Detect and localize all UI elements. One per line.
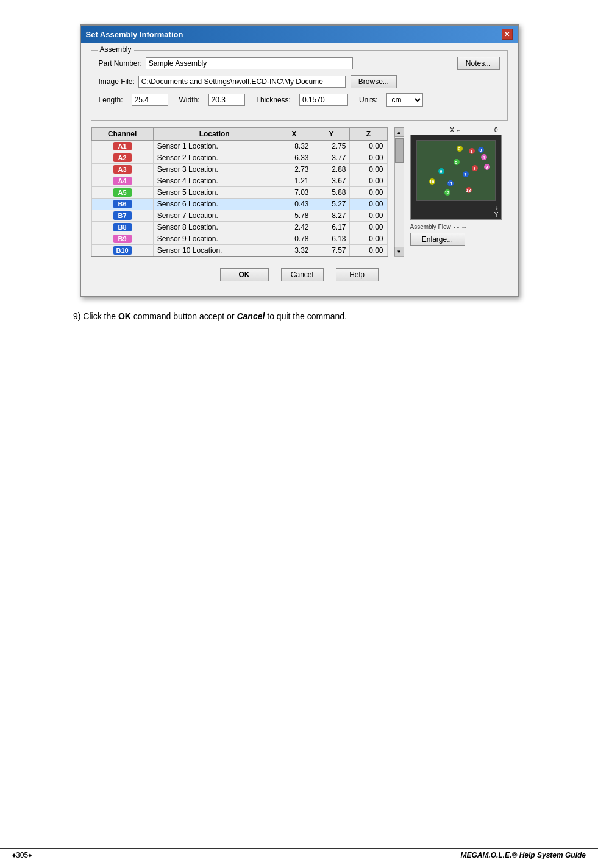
table-row[interactable]: A3 Sensor 3 Location. 2.73 2.88 0.00 xyxy=(91,164,387,175)
pcb-dot-2: 2 xyxy=(457,146,463,152)
instruction-middle: command button accept or xyxy=(131,311,237,321)
channel-badge: A2 xyxy=(113,153,132,162)
y-cell: 5.27 xyxy=(313,199,350,210)
assembly-image: 1 2 3 4 5 6 7 8 9 10 11 12 13 xyxy=(410,135,502,220)
z-cell: 0.00 xyxy=(350,175,387,187)
ok-button[interactable]: OK xyxy=(220,268,269,281)
table-row[interactable]: B8 Sensor 8 Location. 2.42 6.17 0.00 xyxy=(91,222,387,233)
assembly-groupbox: Assembly Part Number: Notes... Image Fil… xyxy=(91,50,508,121)
col-header-y: Y xyxy=(313,128,350,141)
table-row[interactable]: B9 Sensor 9 Location. 0.78 6.13 0.00 xyxy=(91,233,387,245)
flow-arrow-icon: - - → xyxy=(454,224,467,230)
page-wrapper: Set Assembly Information ✕ Assembly Part… xyxy=(0,0,598,345)
x-cell: 3.32 xyxy=(276,245,313,256)
table-row[interactable]: A4 Sensor 4 Location. 1.21 3.67 0.00 xyxy=(91,175,387,187)
image-file-row: Image File: Browse... xyxy=(99,75,500,88)
y-cell: 2.88 xyxy=(313,164,350,175)
channel-badge: A5 xyxy=(113,188,132,197)
instruction-prefix: Click the xyxy=(83,311,118,321)
pcb-dot-3: 3 xyxy=(478,147,484,153)
channel-badge: B6 xyxy=(113,200,132,208)
table-row[interactable]: A1 Sensor 1 Location. 8.32 2.75 0.00 xyxy=(91,141,387,152)
instruction-end: to quit the command. xyxy=(265,311,347,321)
location-cell: Sensor 8 Location. xyxy=(153,222,276,233)
col-header-location: Location xyxy=(153,128,276,141)
dialog-titlebar: Set Assembly Information ✕ xyxy=(81,26,518,43)
channel-badge: A3 xyxy=(113,165,132,174)
scroll-thumb[interactable] xyxy=(395,138,404,163)
z-cell: 0.00 xyxy=(350,141,387,152)
image-file-input[interactable] xyxy=(138,76,346,88)
browse-button[interactable]: Browse... xyxy=(351,75,397,88)
z-cell: 0.00 xyxy=(350,152,387,164)
length-input[interactable] xyxy=(132,94,168,106)
pcb-dot-8: 8 xyxy=(472,165,478,171)
x-cell: 0.43 xyxy=(276,199,313,210)
page-footer: ♦305♦ MEGAM.O.L.E.® Help System Guide xyxy=(0,848,598,862)
channel-badge: B9 xyxy=(113,235,132,243)
location-cell: Sensor 7 Location. xyxy=(153,210,276,222)
y-cell: 2.75 xyxy=(313,141,350,152)
pcb-board: 1 2 3 4 5 6 7 8 9 10 11 12 13 xyxy=(416,140,496,201)
z-cell: 0.00 xyxy=(350,164,387,175)
enlarge-button[interactable]: Enlarge... xyxy=(410,233,465,246)
pcb-dot-9: 9 xyxy=(484,164,490,170)
scroll-down-arrow[interactable]: ▼ xyxy=(394,247,404,256)
help-button[interactable]: Help xyxy=(336,268,379,281)
width-label: Width: xyxy=(179,96,200,104)
y-axis-label: Y xyxy=(494,211,499,218)
location-cell: Sensor 1 Location. xyxy=(153,141,276,152)
units-select[interactable]: cm in mm xyxy=(386,93,423,107)
x-axis-label: X xyxy=(450,127,454,133)
dialog-title: Set Assembly Information xyxy=(86,30,183,39)
pcb-dot-7: 7 xyxy=(463,171,469,177)
x-cell: 0.78 xyxy=(276,233,313,245)
part-number-input[interactable] xyxy=(146,57,353,69)
channel-badge: B7 xyxy=(113,211,132,220)
table-area: Channel Location X Y Z A1 Sensor 1 Locat… xyxy=(91,127,508,257)
y-cell: 8.27 xyxy=(313,210,350,222)
groupbox-legend: Assembly xyxy=(98,45,134,54)
scroll-up-arrow[interactable]: ▲ xyxy=(394,127,404,137)
table-row[interactable]: A2 Sensor 2 Location. 6.33 3.77 0.00 xyxy=(91,152,387,164)
table-row[interactable]: B10 Sensor 10 Location. 3.32 7.57 0.00 xyxy=(91,245,387,256)
y-cell: 3.77 xyxy=(313,152,350,164)
y-cell: 7.57 xyxy=(313,245,350,256)
location-cell: Sensor 6 Location. xyxy=(153,199,276,210)
step-number: 9) xyxy=(73,311,80,321)
y-cell: 6.17 xyxy=(313,222,350,233)
dialog: Set Assembly Information ✕ Assembly Part… xyxy=(80,24,519,297)
y-cell: 5.88 xyxy=(313,187,350,199)
notes-button[interactable]: Notes... xyxy=(457,57,500,70)
dialog-close-button[interactable]: ✕ xyxy=(502,29,513,40)
x-cell: 5.78 xyxy=(276,210,313,222)
channel-badge: A1 xyxy=(113,142,132,150)
table-row[interactable]: A5 Sensor 5 Location. 7.03 5.88 0.00 xyxy=(91,187,387,199)
location-cell: Sensor 3 Location. xyxy=(153,164,276,175)
footer-page-number: ♦305♦ xyxy=(12,851,32,859)
browse-button-wrapper: Browse... xyxy=(351,75,397,88)
ok-bold: OK xyxy=(118,311,131,321)
width-input[interactable] xyxy=(208,94,245,106)
footer-guide-title: MEGAM.O.L.E.® Help System Guide xyxy=(460,851,586,859)
scrollbar[interactable]: ▲ ▼ xyxy=(394,127,404,257)
cancel-button[interactable]: Cancel xyxy=(281,268,324,281)
left-arrow-icon: ← xyxy=(455,127,461,133)
assembly-flow-label: Assembly Flow xyxy=(410,224,451,230)
sensor-table: Channel Location X Y Z A1 Sensor 1 Locat… xyxy=(91,127,388,256)
table-row[interactable]: B6 Sensor 6 Location. 0.43 5.27 0.00 xyxy=(91,199,387,210)
location-cell: Sensor 2 Location. xyxy=(153,152,276,164)
pcb-dot-6: 6 xyxy=(438,168,444,174)
x-cell: 2.42 xyxy=(276,222,313,233)
image-file-label: Image File: xyxy=(99,77,135,86)
dialog-body: Assembly Part Number: Notes... Image Fil… xyxy=(81,43,518,296)
x-cell: 6.33 xyxy=(276,152,313,164)
dimensions-row: Length: Width: Thickness: Units: cm in m… xyxy=(99,93,500,107)
z-cell: 0.00 xyxy=(350,187,387,199)
thickness-input[interactable] xyxy=(299,94,348,106)
body-instruction: 9) Click the OK command button accept or… xyxy=(73,309,525,323)
pcb-dot-11: 11 xyxy=(447,180,454,186)
x-cell: 1.21 xyxy=(276,175,313,187)
channel-badge: A4 xyxy=(113,177,132,185)
table-row[interactable]: B7 Sensor 7 Location. 5.78 8.27 0.00 xyxy=(91,210,387,222)
